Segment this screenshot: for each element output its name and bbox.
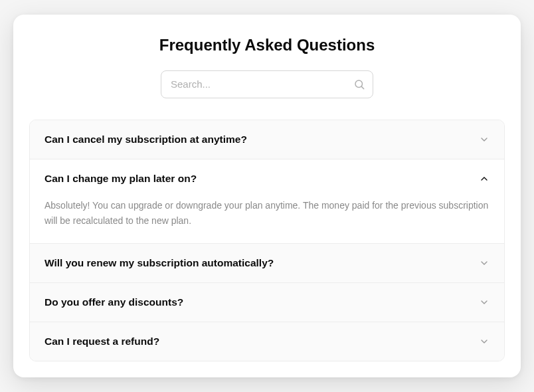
page-title: Frequently Asked Questions	[29, 36, 505, 54]
search-icon	[353, 78, 365, 90]
chevron-down-icon	[479, 258, 490, 268]
faq-toggle[interactable]: Can I request a refund?	[30, 322, 504, 361]
faq-question: Can I request a refund?	[44, 336, 159, 347]
faq-question: Will you renew my subscription automatic…	[44, 257, 274, 269]
chevron-down-icon	[479, 336, 490, 347]
faq-toggle[interactable]: Can I change my plan later on?	[30, 159, 504, 198]
search-input[interactable]	[161, 70, 373, 98]
chevron-up-icon	[479, 173, 490, 184]
faq-answer: Absolutely! You can upgrade or downgrade…	[30, 198, 504, 243]
faq-item: Can I request a refund?	[30, 322, 504, 361]
faq-item: Do you offer any discounts?	[30, 283, 504, 322]
faq-list: Can I cancel my subscription at anytime?…	[29, 120, 505, 361]
faq-item: Can I change my plan later on? Absolutel…	[30, 159, 504, 244]
chevron-down-icon	[479, 134, 490, 145]
svg-line-1	[361, 86, 363, 88]
faq-question: Can I change my plan later on?	[44, 173, 197, 185]
chevron-down-icon	[479, 297, 490, 308]
search-box	[161, 70, 373, 98]
faq-toggle[interactable]: Will you renew my subscription automatic…	[30, 244, 504, 282]
faq-question: Do you offer any discounts?	[44, 296, 183, 308]
faq-toggle[interactable]: Do you offer any discounts?	[30, 283, 504, 322]
faq-item: Can I cancel my subscription at anytime?	[30, 120, 504, 159]
faq-toggle[interactable]: Can I cancel my subscription at anytime?	[30, 120, 504, 159]
faq-question: Can I cancel my subscription at anytime?	[44, 134, 247, 146]
faq-item: Will you renew my subscription automatic…	[30, 244, 504, 283]
search-container	[29, 70, 505, 98]
faq-card: Frequently Asked Questions Can I cancel …	[13, 15, 521, 377]
